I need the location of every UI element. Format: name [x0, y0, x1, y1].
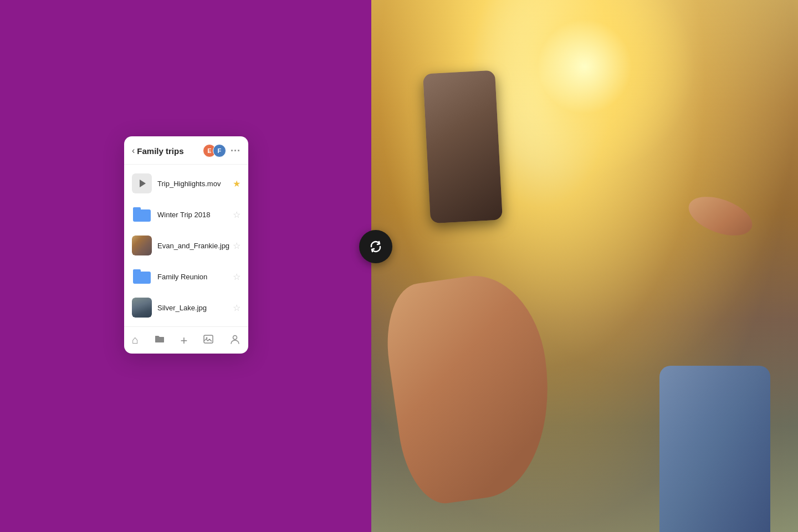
avatar-2: F	[213, 144, 226, 157]
nav-add[interactable]: +	[176, 332, 192, 349]
left-panel: ‹ Family trips E F ··· Trip_Highlights.m…	[0, 0, 371, 532]
file-list: Trip_Highlights.mov ★ Winter Trip 2018 ☆	[124, 165, 248, 326]
hand-back	[379, 267, 564, 508]
sync-button[interactable]	[359, 230, 392, 263]
star-button[interactable]: ☆	[233, 209, 241, 220]
star-button[interactable]: ☆	[233, 241, 241, 251]
phone-body	[423, 70, 503, 223]
file-icon-video	[132, 173, 152, 193]
file-icon-folder	[132, 267, 152, 287]
app-card: ‹ Family trips E F ··· Trip_Highlights.m…	[124, 136, 248, 354]
folder-icon	[133, 207, 151, 222]
svg-rect-0	[204, 335, 213, 343]
list-item[interactable]: Silver_Lake.jpg ☆	[124, 292, 248, 323]
file-name: Trip_Highlights.mov	[157, 180, 231, 188]
avatar-group: E F	[203, 144, 226, 157]
file-name: Family Reunion	[157, 273, 231, 281]
folder-body	[133, 209, 151, 222]
play-icon-bg	[132, 173, 152, 193]
file-name: Silver_Lake.jpg	[157, 304, 231, 312]
bottom-nav: ⌂ +	[124, 326, 248, 354]
svg-point-2	[233, 336, 237, 340]
photos-icon	[203, 334, 214, 347]
file-icon-folder	[132, 204, 152, 224]
right-panel	[371, 0, 798, 532]
file-icon-photo	[132, 236, 152, 255]
play-triangle-icon	[140, 180, 146, 187]
star-button[interactable]: ★	[233, 178, 241, 189]
more-button[interactable]: ···	[231, 145, 241, 157]
star-button[interactable]: ☆	[233, 272, 241, 282]
folder-icon	[133, 269, 151, 284]
back-button[interactable]: ‹	[132, 146, 135, 156]
svg-point-1	[206, 337, 208, 339]
sleeve	[659, 366, 770, 532]
finger	[683, 189, 757, 243]
photo-thumbnail	[132, 298, 152, 318]
photo-content	[371, 0, 798, 532]
nav-files[interactable]	[150, 332, 170, 349]
file-name: Winter Trip 2018	[157, 211, 231, 219]
list-item[interactable]: Trip_Highlights.mov ★	[124, 168, 248, 199]
nav-photos[interactable]	[198, 332, 218, 349]
nav-account[interactable]	[225, 332, 245, 349]
light-burst	[474, 0, 695, 177]
file-name: Evan_and_Frankie.jpg	[157, 242, 231, 250]
home-icon: ⌂	[132, 334, 139, 346]
account-icon	[229, 334, 241, 347]
list-item[interactable]: Winter Trip 2018 ☆	[124, 199, 248, 230]
list-item[interactable]: Family Reunion ☆	[124, 261, 248, 292]
add-icon: +	[181, 334, 188, 348]
file-icon-photo	[132, 298, 152, 318]
card-header: ‹ Family trips E F ···	[124, 136, 248, 165]
star-button[interactable]: ☆	[233, 303, 241, 313]
folder-icon	[154, 334, 165, 347]
sync-icon	[368, 239, 383, 254]
folder-title: Family trips	[137, 146, 203, 156]
list-item[interactable]: Evan_and_Frankie.jpg ☆	[124, 230, 248, 261]
nav-home[interactable]: ⌂	[127, 332, 143, 349]
photo-thumbnail	[132, 236, 152, 255]
folder-body	[133, 272, 151, 284]
